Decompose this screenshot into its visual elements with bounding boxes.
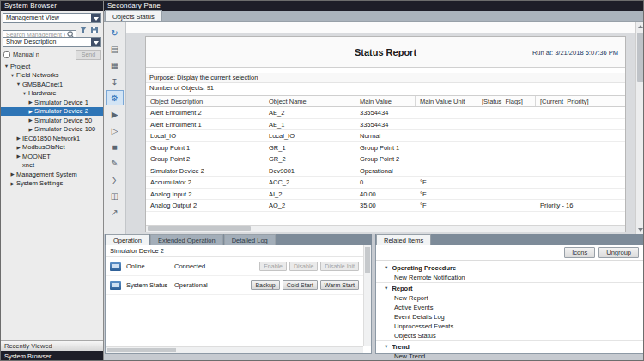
manual-navigation-checkbox[interactable]	[3, 51, 10, 58]
related-item[interactable]: New Trend	[376, 352, 643, 361]
recently-viewed-bar[interactable]: Recently Viewed	[1, 340, 103, 351]
tree-item-gmsbacnet1[interactable]: GMSBACnet1	[1, 80, 103, 89]
cold-start-button[interactable]: Cold Start	[283, 280, 318, 290]
table-row[interactable]: Simulator Device 2Dev9001Operational	[146, 165, 625, 177]
tab-extended-operation[interactable]: Extended Operation	[150, 234, 223, 245]
scroll-down-icon[interactable]	[636, 226, 644, 234]
column-header[interactable]: Object Description	[146, 96, 264, 106]
tree-item-simulator-device-1[interactable]: Simulator Device 1	[1, 98, 103, 107]
group-trend[interactable]: Trend	[376, 341, 643, 352]
icons-button[interactable]: Icons	[564, 247, 595, 258]
related-item[interactable]: Unprocessed Events	[376, 322, 643, 331]
scrollbar-thumb[interactable]	[107, 348, 176, 352]
filter-icon[interactable]	[79, 26, 88, 34]
collapse-icon[interactable]	[9, 171, 16, 177]
chevron-down-icon[interactable]	[91, 14, 100, 22]
system-browser-bar[interactable]: System Browser	[1, 351, 103, 361]
grid-view-icon[interactable]: ◫	[106, 188, 124, 203]
related-item[interactable]: Active Events	[376, 303, 643, 312]
column-header[interactable]: Main Value	[355, 96, 416, 106]
related-item[interactable]: New Remote Notification	[376, 273, 643, 282]
save-view-icon[interactable]	[90, 26, 99, 34]
chevron-down-icon[interactable]	[91, 38, 100, 46]
report-header: Status Report Run at: 3/21/2018 5:07:36 …	[146, 37, 625, 68]
table-row[interactable]: Group Point 1GR_1Group Point 1	[146, 142, 625, 154]
tree-item-xnet[interactable]: xnet	[1, 161, 103, 171]
tree-item-simulator-device-100[interactable]: Simulator Device 100	[1, 125, 103, 135]
export-icon[interactable]: ↧	[106, 74, 124, 89]
expand-icon[interactable]	[21, 91, 28, 96]
navigation-tree: Project Field Networks GMSBACnet1 Hardwa…	[1, 62, 103, 188]
tree-item-simulator-device-2[interactable]: Simulator Device 2	[1, 107, 103, 117]
collapse-icon[interactable]	[15, 153, 22, 159]
settings-icon[interactable]: ⚙	[106, 90, 124, 105]
column-header[interactable]: Main Value Unit	[416, 96, 477, 106]
save-icon[interactable]: ▤	[106, 41, 124, 57]
tree-item-management-system[interactable]: Management System	[1, 170, 103, 179]
statistics-icon[interactable]: ∑	[106, 171, 124, 187]
group-report[interactable]: Report	[376, 283, 643, 293]
view-selector-dropdown[interactable]: Management View	[3, 13, 101, 23]
tree-item-iec61850-network1[interactable]: IEC61850 Network1	[1, 134, 103, 143]
scrollbar-thumb[interactable]	[148, 226, 251, 231]
print-icon[interactable]: ▦	[106, 57, 124, 73]
collapse-icon[interactable]	[27, 127, 34, 132]
tree-item-hardware[interactable]: Hardware	[1, 89, 103, 99]
table-row[interactable]: Analog Output 2AO_235.00°FPriority - 16	[146, 200, 625, 212]
group-operating-procedure[interactable]: Operating Procedure	[376, 262, 643, 273]
collapse-icon[interactable]	[27, 109, 34, 114]
column-header[interactable]: [Status_Flags]	[477, 96, 536, 106]
scrollbar-thumb[interactable]	[637, 33, 644, 82]
tree-item-system-settings[interactable]: System Settings	[1, 179, 103, 189]
stop-icon[interactable]: ■	[106, 139, 124, 154]
send-button[interactable]: Send	[76, 50, 101, 60]
collapse-icon[interactable]	[15, 135, 22, 141]
tab-detailed-log[interactable]: Detailed Log	[224, 234, 276, 245]
tree-item-simulator-device-50[interactable]: Simulator Device 50	[1, 116, 103, 125]
disable-init-button[interactable]: Disable Init	[320, 262, 359, 271]
related-item[interactable]: New Report	[376, 293, 643, 303]
collapse-icon[interactable]	[15, 145, 22, 150]
related-item[interactable]: Event Details Log	[376, 312, 643, 322]
operation-vertical-scrollbar[interactable]	[363, 245, 371, 346]
collapse-icon[interactable]	[9, 181, 16, 186]
related-item[interactable]: Objects Status	[376, 331, 643, 340]
operation-horizontal-scrollbar[interactable]	[106, 346, 363, 353]
expand-icon[interactable]	[15, 81, 22, 87]
warm-start-button[interactable]: Warm Start	[320, 280, 359, 290]
tab-operation[interactable]: Operation	[106, 234, 149, 245]
disable-button[interactable]: Disable	[289, 262, 318, 271]
column-header[interactable]: Object Name	[264, 96, 355, 106]
tree-item-modbus-net[interactable]: ModbusOlsNet	[1, 143, 103, 153]
table-row[interactable]: Accumulator 2ACC_20°F	[146, 177, 625, 189]
scrollbar-thumb[interactable]	[365, 247, 370, 273]
expand-icon[interactable]	[9, 73, 16, 78]
refresh-icon[interactable]: ↻	[106, 25, 124, 40]
collapse-icon[interactable]	[27, 99, 34, 105]
table-row[interactable]: Group Point 2GR_2Group Point 2	[146, 153, 625, 165]
collapse-icon[interactable]	[27, 117, 34, 123]
share-icon[interactable]: ↗	[106, 204, 124, 220]
enable-button[interactable]: Enable	[259, 262, 287, 271]
report-vertical-scrollbar[interactable]	[635, 22, 644, 234]
table-row[interactable]: Alert Enrollment 2AE_233554434	[146, 107, 625, 119]
expand-icon[interactable]	[3, 63, 10, 69]
report-horizontal-scrollbar[interactable]	[146, 225, 625, 232]
tab-objects-status[interactable]: Objects Status	[105, 10, 162, 21]
ungroup-button[interactable]: Ungroup	[598, 247, 639, 258]
tree-item-project[interactable]: Project	[1, 62, 103, 71]
edit-icon[interactable]: ✎	[106, 155, 124, 171]
tree-item-moonet[interactable]: MOONET	[1, 152, 103, 161]
run-selection-icon[interactable]: ▷	[106, 123, 124, 138]
table-row[interactable]: Local_IOLocal_IONormal	[146, 130, 625, 142]
description-selector-dropdown[interactable]: Show Description	[3, 37, 101, 47]
run-icon[interactable]: ▶	[106, 106, 124, 122]
tree-item-field-networks[interactable]: Field Networks	[1, 71, 103, 81]
table-row[interactable]: Analog Input 2AI_240.00°F	[146, 189, 625, 201]
tab-related-items[interactable]: Related Items	[376, 234, 431, 245]
related-items-body: Icons Ungroup Operating Procedure New Re…	[375, 245, 644, 354]
column-header[interactable]: [Current_Priority]	[536, 96, 611, 106]
scroll-up-icon[interactable]	[636, 22, 644, 31]
backup-button[interactable]: Backup	[251, 280, 279, 290]
table-row[interactable]: Alert Enrollment 1AE_133554434	[146, 119, 625, 131]
